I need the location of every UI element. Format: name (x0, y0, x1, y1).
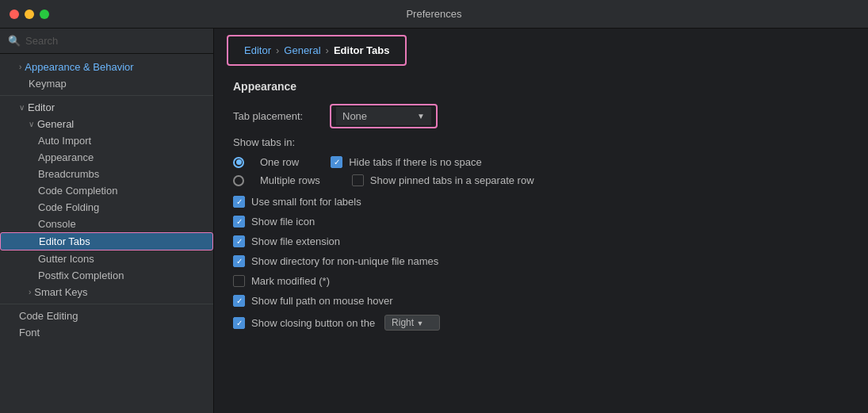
sidebar-item-appearance-behavior[interactable]: › Appearance & Behavior (0, 59, 213, 75)
sidebar-label: Appearance (38, 151, 94, 163)
sidebar-item-keymap[interactable]: Keymap (0, 75, 213, 92)
traffic-lights (10, 10, 49, 19)
chevron-down-icon: ▼ (417, 112, 425, 120)
maximize-button[interactable] (40, 10, 49, 19)
sidebar-item-code-folding[interactable]: Code Folding (0, 199, 213, 216)
row-multiple-rows: Multiple rows Show pinned tabs in a sepa… (233, 174, 849, 186)
search-placeholder: Search (25, 35, 58, 47)
checkbox-row-file-extension: Show file extension (233, 235, 849, 247)
checkbox-small-font-label: Use small font for labels (251, 196, 361, 208)
sidebar-item-code-editing[interactable]: Code Editing (0, 308, 213, 324)
checkbox-row-small-font: Use small font for labels (233, 196, 849, 208)
sidebar-label: Gutter Icons (38, 253, 94, 265)
search-bar[interactable]: 🔍 Search (0, 29, 213, 54)
close-button[interactable] (10, 10, 19, 19)
main-layout: 🔍 Search › Appearance & Behavior Keymap … (0, 29, 868, 413)
show-tabs-label: Show tabs in: (233, 136, 849, 148)
checkbox-mark-modified[interactable] (233, 275, 245, 287)
sidebar-label: Console (38, 218, 76, 230)
sidebar-item-auto-import[interactable]: Auto Import (0, 132, 213, 149)
window-title: Preferences (406, 8, 461, 20)
sidebar-item-smart-keys[interactable]: › Smart Keys (0, 284, 213, 300)
breadcrumb-current: Editor Tabs (334, 44, 390, 56)
checkbox-row-file-icon: Show file icon (233, 216, 849, 228)
radio-multiple-rows-label: Multiple rows (260, 174, 320, 186)
checkbox-file-extension-label: Show file extension (251, 235, 340, 247)
checkbox-file-icon[interactable] (233, 216, 245, 228)
sidebar-label: Smart Keys (34, 286, 87, 298)
sidebar: 🔍 Search › Appearance & Behavior Keymap … (0, 29, 214, 413)
checkbox-file-extension[interactable] (233, 235, 245, 247)
breadcrumb-general: General (284, 44, 320, 56)
sidebar-item-appearance[interactable]: Appearance (0, 149, 213, 166)
checkbox-mark-modified-label: Mark modified (*) (251, 275, 330, 287)
section-title: Appearance (233, 80, 849, 93)
sidebar-label: Font (19, 327, 40, 338)
sidebar-item-postfix-completion[interactable]: Postfix Completion (0, 267, 213, 284)
checkbox-directory[interactable] (233, 255, 245, 267)
tab-placement-dropdown-wrapper[interactable]: None ▼ (330, 104, 438, 128)
content-area: Editor › General › Editor Tabs Appearanc… (214, 29, 868, 413)
minimize-button[interactable] (25, 10, 34, 19)
sidebar-item-general[interactable]: ∨ General (0, 116, 213, 132)
checkbox-row-directory: Show directory for non-unique file names (233, 255, 849, 267)
checkbox-full-path[interactable] (233, 295, 245, 307)
sidebar-item-font[interactable]: Font (0, 324, 213, 341)
tab-placement-dropdown[interactable]: None ▼ (336, 107, 431, 125)
sidebar-item-code-completion[interactable]: Code Completion (0, 182, 213, 199)
breadcrumb-editor: Editor (244, 44, 271, 56)
sidebar-item-breadcrumbs[interactable]: Breadcrumbs (0, 166, 213, 182)
breadcrumb-sep-1: › (276, 44, 279, 56)
collapse-arrow: › (29, 288, 31, 296)
checkbox-show-pinned[interactable] (352, 174, 364, 186)
search-icon: 🔍 (8, 35, 21, 47)
sidebar-label: Appearance & Behavior (25, 61, 133, 73)
sidebar-item-console[interactable]: Console (0, 216, 213, 232)
checkbox-row-mark-modified: Mark modified (*) (233, 275, 849, 287)
tab-placement-label: Tab placement: (233, 110, 320, 122)
expand-arrow: ∨ (29, 120, 34, 128)
checkbox-row-closing: Show closing button on the Right ▼ (233, 315, 849, 331)
sidebar-label: Keymap (29, 78, 67, 90)
checkbox-hide-tabs-label: Hide tabs if there is no space (349, 156, 482, 168)
radio-one-row-label: One row (260, 156, 299, 168)
sidebar-item-editor[interactable]: ∨ Editor (0, 99, 213, 116)
radio-one-row[interactable] (233, 157, 244, 168)
sidebar-label: Editor Tabs (39, 235, 90, 247)
checkbox-hide-tabs[interactable] (331, 156, 342, 168)
checkbox-small-font[interactable] (233, 196, 245, 208)
sidebar-label: Code Editing (19, 310, 78, 322)
title-bar: Preferences (0, 0, 868, 29)
sidebar-label: Code Folding (38, 201, 99, 213)
checkbox-file-icon-label: Show file icon (251, 216, 315, 228)
sidebar-tree: › Appearance & Behavior Keymap ∨ Editor … (0, 54, 213, 346)
sidebar-label: Code Completion (38, 185, 117, 197)
checkbox-show-pinned-label: Show pinned tabs in a separate row (370, 174, 534, 186)
closing-position-dropdown[interactable]: Right ▼ (384, 315, 440, 331)
checkbox-closing[interactable] (233, 317, 245, 329)
sidebar-label: General (37, 118, 74, 130)
sidebar-label: Postfix Completion (38, 270, 124, 281)
sidebar-label: Breadcrumbs (38, 168, 99, 180)
checkbox-row-full-path: Show full path on mouse hover (233, 295, 849, 307)
collapse-arrow: › (19, 63, 21, 71)
tab-placement-value: None (342, 110, 411, 122)
row-one-row: One row Hide tabs if there is no space (233, 156, 849, 168)
content-body: Appearance Tab placement: None ▼ Show ta… (214, 72, 868, 354)
radio-multiple-rows[interactable] (233, 175, 244, 186)
tab-placement-row: Tab placement: None ▼ (233, 104, 849, 128)
breadcrumb-sep-2: › (326, 44, 329, 56)
sidebar-label: Editor (28, 101, 55, 113)
sidebar-item-gutter-icons[interactable]: Gutter Icons (0, 250, 213, 267)
sidebar-item-editor-tabs[interactable]: Editor Tabs (0, 232, 213, 250)
expand-arrow: ∨ (19, 103, 25, 112)
sidebar-label: Auto Import (38, 135, 91, 147)
breadcrumb: Editor › General › Editor Tabs (227, 35, 407, 66)
checkbox-directory-label: Show directory for non-unique file names (251, 255, 438, 267)
checkbox-full-path-label: Show full path on mouse hover (251, 295, 393, 307)
checkbox-closing-label: Show closing button on the (251, 317, 375, 329)
